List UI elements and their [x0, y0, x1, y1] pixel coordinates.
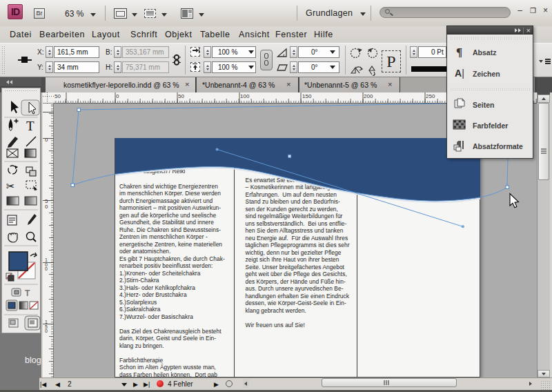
svg-text:T: T [25, 288, 30, 298]
svg-text:T: T [26, 119, 34, 133]
svg-text:✂: ✂ [6, 180, 15, 192]
